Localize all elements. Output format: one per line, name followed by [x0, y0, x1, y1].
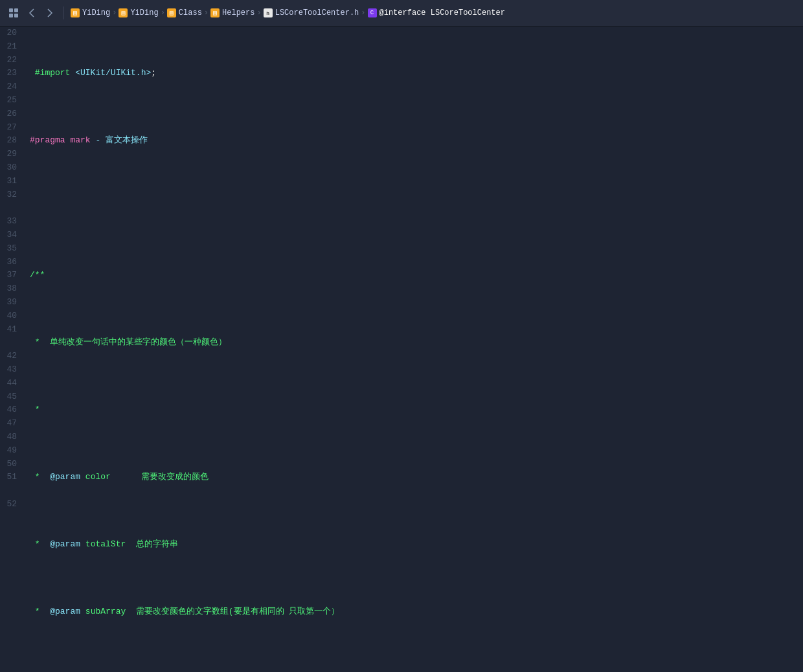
folder-icon: ▤ — [71, 8, 80, 17]
ln-51: 51 — [5, 471, 17, 484]
breadcrumb: ▤ YiDing › ▤ YiDing › ▤ Class › ▤ Helper… — [71, 8, 797, 17]
back-button[interactable] — [25, 6, 39, 20]
ln-50: 50 — [5, 458, 17, 471]
ln-43: 43 — [5, 363, 17, 377]
code-line-25: * — [30, 403, 803, 417]
ln-28: 28 — [5, 134, 17, 148]
ln-30: 30 — [5, 161, 17, 175]
breadcrumb-label-file: LSCoreToolCenter.h — [275, 8, 359, 17]
ln-36: 36 — [5, 256, 17, 269]
ln-41b — [5, 336, 17, 350]
breadcrumb-label-2: YiDing — [130, 8, 158, 17]
file-h-icon: h — [264, 8, 273, 17]
ln-42: 42 — [5, 350, 17, 363]
code-line-27: * @param totalStr 总的字符串 — [30, 538, 803, 552]
forward-button[interactable] — [43, 6, 57, 20]
breadcrumb-helpers[interactable]: ▤ Helpers — [210, 8, 254, 17]
code-line-22 — [30, 201, 803, 215]
ln-24: 24 — [5, 80, 17, 94]
ln-49: 49 — [5, 444, 17, 458]
grid-icon[interactable] — [6, 6, 21, 20]
breadcrumb-sep-2: › — [161, 8, 165, 17]
ln-45: 45 — [5, 390, 17, 404]
ln-32: 32 — [5, 188, 17, 202]
breadcrumb-sep-4: › — [256, 8, 261, 17]
ln-52: 52 — [5, 498, 17, 511]
ln-51b — [5, 484, 17, 498]
ln-37: 37 — [5, 269, 17, 282]
ln-39: 39 — [5, 296, 17, 309]
breadcrumb-file[interactable]: h LSCoreToolCenter.h — [264, 8, 359, 17]
breadcrumb-sep-1: › — [112, 8, 117, 17]
interface-icon: C — [368, 8, 377, 17]
code-line-20: #import <UIKit/UIKit.h>; — [30, 67, 803, 80]
code-content[interactable]: #import <UIKit/UIKit.h>; #pragma mark - … — [25, 27, 803, 672]
ln-35: 35 — [5, 242, 17, 256]
breadcrumb-yiding-root[interactable]: ▤ YiDing — [71, 8, 110, 17]
svg-rect-3 — [14, 14, 18, 17]
ln-32b — [5, 201, 17, 215]
folder-icon-2: ▤ — [119, 8, 128, 17]
ln-34: 34 — [5, 229, 17, 242]
ln-40: 40 — [5, 309, 17, 323]
ln-27: 27 — [5, 121, 17, 135]
breadcrumb-label-interface: @interface LSCoreToolCenter — [379, 8, 505, 17]
code-area: 20 21 22 23 24 25 26 27 28 29 30 31 32 3… — [0, 27, 803, 672]
svg-rect-0 — [9, 8, 13, 12]
ln-25: 25 — [5, 94, 17, 107]
folder-icon-helpers: ▤ — [210, 8, 220, 17]
code-line-24: * 单纯改变一句话中的某些字的颜色（一种颜色） — [30, 336, 803, 350]
breadcrumb-interface[interactable]: C @interface LSCoreToolCenter — [368, 8, 505, 17]
code-line-26: * @param color 需要改变成的颜色 — [30, 471, 803, 484]
ln-29: 29 — [5, 148, 17, 161]
ln-20: 20 — [5, 27, 17, 40]
ln-44: 44 — [5, 377, 17, 390]
ln-48: 48 — [5, 431, 17, 444]
nav-separator — [63, 6, 64, 19]
titlebar: ▤ YiDing › ▤ YiDing › ▤ Class › ▤ Helper… — [0, 0, 803, 27]
ln-47: 47 — [5, 417, 17, 431]
ln-31: 31 — [5, 175, 17, 188]
ln-26: 26 — [5, 107, 17, 121]
svg-rect-1 — [14, 8, 18, 12]
breadcrumb-yiding-sub[interactable]: ▤ YiDing — [119, 8, 158, 17]
breadcrumb-sep-5: › — [361, 8, 365, 17]
folder-icon-class: ▤ — [167, 8, 176, 17]
breadcrumb-label-class: Class — [179, 8, 202, 17]
ln-33: 33 — [5, 215, 17, 229]
breadcrumb-sep-3: › — [204, 8, 209, 17]
line-numbers: 20 21 22 23 24 25 26 27 28 29 30 31 32 3… — [0, 27, 25, 672]
code-line-21: #pragma mark - 富文本操作 — [30, 134, 803, 148]
code-line-28: * @param subArray 需要改变颜色的文字数组(要是有相同的 只取第… — [30, 605, 803, 619]
breadcrumb-label-helpers: Helpers — [222, 8, 254, 17]
svg-rect-2 — [9, 14, 13, 17]
breadcrumb-class[interactable]: ▤ Class — [167, 8, 202, 17]
code-line-23: /** — [30, 269, 803, 282]
ln-38: 38 — [5, 282, 17, 296]
ln-21: 21 — [5, 40, 17, 54]
ln-23: 23 — [5, 67, 17, 80]
breadcrumb-label: YiDing — [82, 8, 110, 17]
ln-22: 22 — [5, 54, 17, 67]
ln-46: 46 — [5, 403, 17, 417]
ln-41: 41 — [5, 323, 17, 337]
